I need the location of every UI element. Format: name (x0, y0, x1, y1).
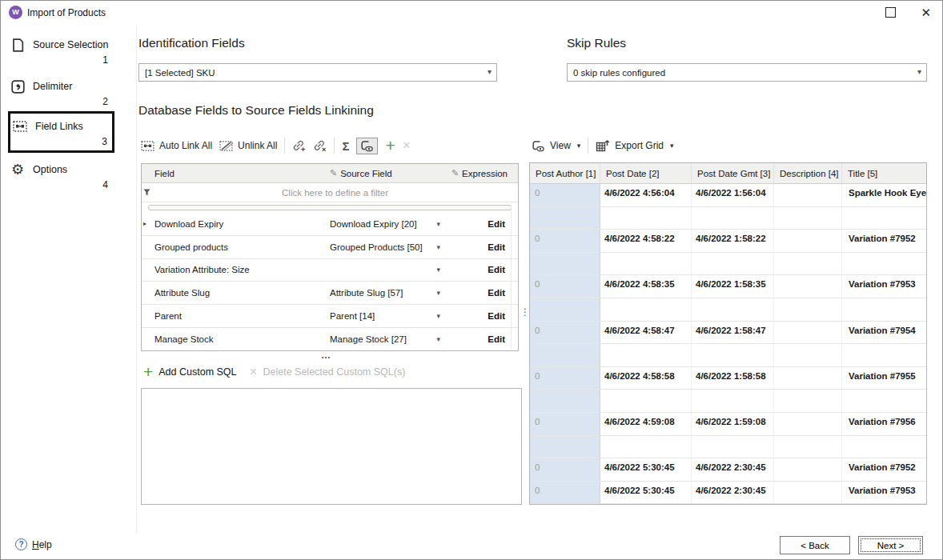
next-button[interactable]: Next > (858, 536, 923, 554)
field-link-row[interactable]: ▸Download ExpiryDownload Expiry [20]▾Edi… (142, 213, 518, 236)
preview-row[interactable]: 04/6/2022 5:30:454/6/2022 2:30:45Variati… (530, 482, 926, 505)
preview-row[interactable]: 04/6/2022 4:58:354/6/2022 1:58:35Variati… (530, 275, 926, 298)
sidebar-item-field-links[interactable]: Field Links 3 (8, 111, 114, 153)
sidebar-item-delimiter[interactable]: Delimiter 2 (10, 79, 113, 107)
close-button[interactable]: ✕ (921, 5, 931, 21)
field-link-row[interactable]: Manage StockManage Stock [27]▾Edit (142, 328, 518, 351)
column-header-post-author[interactable]: Post Author [1] (530, 163, 600, 183)
preview-row-blank[interactable] (530, 298, 926, 322)
source-field-dropdown[interactable]: Grouped Products [50]▾ (330, 242, 451, 252)
unlink-all-button[interactable]: Unlink All (219, 140, 277, 151)
add-link-button[interactable]: + (292, 139, 306, 152)
title-cell (842, 207, 926, 230)
edit-expression-link[interactable]: Edit (488, 334, 505, 344)
title-cell: Variation #7956 (842, 413, 926, 435)
add-row-button[interactable]: + (385, 139, 395, 152)
identification-fields-dropdown[interactable]: [1 Selected] SKU ▾ (138, 63, 497, 82)
post-date-cell: 4/6/2022 5:30:45 (600, 482, 692, 504)
view-toggle-button[interactable] (356, 138, 378, 154)
description-cell (774, 390, 842, 412)
description-cell (774, 275, 842, 298)
sum-button[interactable]: Σ (342, 139, 349, 153)
source-field-dropdown[interactable]: Attribute Slug [57]▾ (330, 288, 451, 298)
column-header-field[interactable]: Field (152, 169, 330, 178)
post-date-gmt-cell (692, 253, 774, 275)
help-label: Help (32, 539, 52, 550)
post-author-cell: 0 (530, 482, 600, 504)
skip-rules-dropdown[interactable]: 0 skip rules configured ▾ (567, 63, 927, 82)
source-field-dropdown[interactable]: Download Expiry [20]▾ (330, 219, 451, 229)
edit-expression-link[interactable]: Edit (488, 288, 505, 298)
field-link-row[interactable]: Grouped productsGrouped Products [50]▾Ed… (142, 236, 518, 259)
sidebar-item-source-selection[interactable]: Source Selection 1 (10, 38, 113, 66)
export-grid-label: Export Grid (615, 140, 664, 151)
preview-row[interactable]: 04/6/2022 4:58:224/6/2022 1:58:22Variati… (530, 230, 926, 253)
column-header-title[interactable]: Title [5] (842, 163, 926, 183)
preview-row[interactable]: 04/6/2022 5:30:454/6/2022 2:30:45Variati… (530, 458, 926, 482)
description-cell (774, 253, 842, 275)
window-title: Import of Products (27, 7, 106, 18)
preview-row[interactable]: 04/6/2022 4:58:474/6/2022 1:58:47Variati… (530, 322, 926, 345)
preview-grid-header[interactable]: Post Author [1] Post Date [2] Post Date … (530, 163, 926, 184)
export-grid-button[interactable]: Export Grid ▾ (596, 139, 673, 152)
description-cell (774, 207, 842, 230)
back-button[interactable]: < Back (780, 536, 850, 554)
maximize-button[interactable] (885, 7, 896, 18)
preview-row-blank[interactable] (530, 436, 926, 459)
field-link-row[interactable]: ParentParent [14]▾Edit (142, 305, 518, 328)
add-custom-sql-button[interactable]: + Add Custom SQL (143, 366, 237, 378)
sidebar-item-label: Options (33, 164, 67, 175)
post-date-cell: 4/6/2022 4:58:35 (600, 275, 692, 298)
column-header-source-field[interactable]: ✎ Source Field (330, 168, 451, 178)
horizontal-scrollbar[interactable] (148, 205, 512, 210)
edit-expression-link[interactable]: Edit (488, 311, 505, 321)
description-cell (774, 413, 842, 435)
preview-row[interactable]: 04/6/2022 4:56:044/6/2022 1:56:04Sparkle… (530, 184, 926, 207)
table-resize-handle[interactable]: … (321, 350, 331, 361)
title-bar: W Import of Products ✕ (1, 1, 942, 25)
source-field-dropdown[interactable]: Manage Stock [27]▾ (330, 334, 451, 344)
source-field-dropdown[interactable]: ▾ (330, 266, 451, 274)
plus-icon: + (143, 366, 153, 378)
vertical-scrollbar-track[interactable] (511, 203, 512, 350)
help-link[interactable]: ? Help (15, 538, 52, 550)
sidebar-item-options[interactable]: ⚙ Options 4 (10, 162, 113, 190)
post-author-cell (530, 436, 600, 458)
column-header-description[interactable]: Description [4] (774, 163, 842, 183)
field-link-row[interactable]: Variation Attribute: Size▾Edit (142, 259, 518, 282)
preview-row-blank[interactable] (530, 390, 926, 413)
field-table-header[interactable]: Field ✎ Source Field ✎ Expression (142, 164, 518, 183)
post-date-gmt-cell: 4/6/2022 2:30:45 (692, 458, 774, 481)
field-rows-container: ▸Download ExpiryDownload Expiry [20]▾Edi… (142, 213, 518, 351)
custom-sql-editor[interactable] (141, 388, 522, 505)
column-header-post-date[interactable]: Post Date [2] (600, 163, 692, 183)
preview-row[interactable]: 04/6/2022 4:59:084/6/2022 1:59:08Variati… (530, 413, 926, 436)
import-products-window: W Import of Products ✕ Source Selection … (0, 0, 943, 560)
preview-row-blank[interactable] (530, 344, 926, 367)
document-icon (10, 38, 25, 52)
field-link-row[interactable]: Attribute SlugAttribute Slug [57]▾Edit (142, 282, 518, 305)
svg-text:+: + (301, 146, 305, 153)
chevron-down-icon: ▾ (436, 289, 451, 297)
unlink-icon (219, 141, 233, 151)
field-links-toolbar: Auto Link All Unlink All (141, 135, 411, 156)
filter-row[interactable]: Click here to define a filter (142, 183, 518, 202)
post-date-gmt-cell: 4/6/2022 1:58:22 (692, 230, 774, 252)
edit-expression-link[interactable]: Edit (488, 242, 505, 252)
description-cell (774, 322, 842, 344)
source-field-dropdown[interactable]: Parent [14]▾ (330, 311, 451, 321)
post-date-cell (600, 436, 692, 458)
preview-row-blank[interactable] (530, 207, 926, 230)
view-menu-button[interactable]: View ▾ (532, 140, 580, 152)
column-header-post-date-gmt[interactable]: Post Date Gmt [3] (692, 163, 774, 183)
post-date-cell (600, 344, 692, 366)
edit-expression-link[interactable]: Edit (488, 219, 505, 229)
remove-link-button[interactable]: × (313, 139, 327, 152)
auto-link-all-button[interactable]: Auto Link All (141, 140, 212, 151)
field-name-cell: Download Expiry (152, 219, 330, 229)
edit-expression-link[interactable]: Edit (488, 265, 505, 274)
description-cell (774, 344, 842, 366)
preview-row[interactable]: 04/6/2022 4:58:584/6/2022 1:58:58Variati… (530, 367, 926, 390)
column-header-expression[interactable]: ✎ Expression (451, 168, 518, 178)
preview-row-blank[interactable] (530, 253, 926, 276)
